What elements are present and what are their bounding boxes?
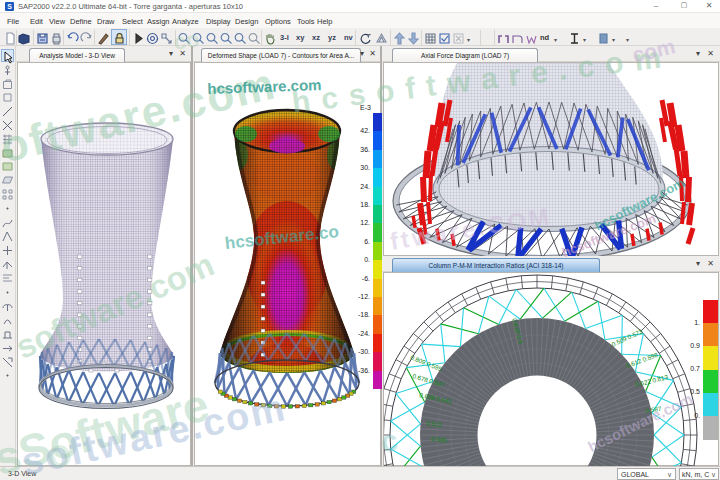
svg-text:0.612 0.898: 0.612 0.898 xyxy=(625,351,659,369)
svg-text:0.587: 0.587 xyxy=(645,405,662,414)
svg-text:0.809 0.595: 0.809 0.595 xyxy=(410,353,444,372)
